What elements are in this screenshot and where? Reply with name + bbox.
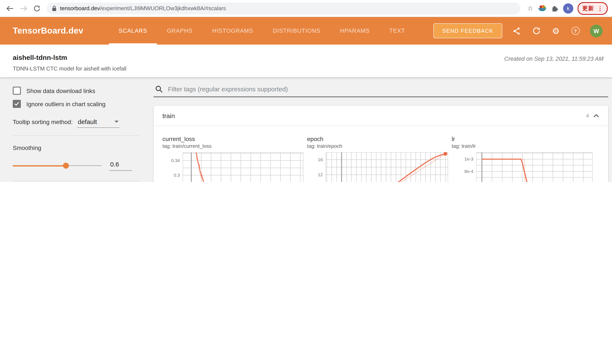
browser-actions: ☆ k 更新 ⋮ bbox=[527, 2, 608, 15]
show-download-links-row[interactable]: Show data download links bbox=[13, 87, 140, 95]
svg-text:16: 16 bbox=[318, 157, 323, 162]
group-title: train bbox=[163, 112, 175, 119]
experiment-name: aishell-tdnn-lstm bbox=[13, 54, 126, 62]
chart-plot-current_loss[interactable]: 0.180.220.260.30.3404k8k12k16k20k bbox=[163, 151, 305, 182]
chart-title: epoch bbox=[307, 135, 449, 142]
tab-graphs[interactable]: GRAPHS bbox=[157, 17, 202, 45]
chart-title: current_loss bbox=[163, 135, 305, 142]
group-chart-count: 4 bbox=[586, 113, 589, 119]
sidebar-divider bbox=[13, 181, 140, 181]
experiment-header: aishell-tdnn-lstm TDNN-LSTM CTC model fo… bbox=[0, 45, 612, 77]
refresh-button[interactable] bbox=[31, 3, 42, 14]
app-header: TensorBoard.dev SCALARSGRAPHSHISTOGRAMSD… bbox=[0, 17, 612, 45]
svg-text:8e-4: 8e-4 bbox=[464, 169, 473, 174]
smoothing-slider[interactable] bbox=[13, 163, 102, 169]
search-icon bbox=[155, 85, 163, 93]
forward-button[interactable] bbox=[18, 3, 29, 14]
chart-tag: tag: train/current_loss bbox=[163, 143, 305, 149]
chart-card-current_loss: current_losstag: train/current_loss0.180… bbox=[163, 135, 305, 182]
browser-menu-icon[interactable]: ⋮ bbox=[597, 5, 603, 11]
sidebar-divider bbox=[13, 135, 140, 136]
share-icon bbox=[513, 27, 521, 35]
gear-icon: ⚙ bbox=[552, 26, 560, 35]
chevron-up-icon[interactable] bbox=[593, 114, 599, 118]
chart-tag: tag: train/epoch bbox=[307, 143, 449, 149]
refresh-icon bbox=[34, 5, 41, 12]
url-text: tensorboard.dev/experiment/LJI9MWUORLOw3… bbox=[60, 5, 226, 12]
lock-icon bbox=[52, 5, 56, 11]
settings-sidebar: Show data download links Ignore outliers… bbox=[0, 77, 153, 182]
tab-text[interactable]: TEXT bbox=[380, 17, 415, 45]
chrome-update-button[interactable]: 更新 ⋮ bbox=[578, 2, 608, 15]
tooltip-sorting-row: Tooltip sorting method: default bbox=[13, 118, 140, 128]
svg-text:6e-4: 6e-4 bbox=[464, 181, 473, 182]
train-group-card: train 4 current_losstag: train/current_l… bbox=[153, 106, 608, 182]
tooltip-sorting-label: Tooltip sorting method: bbox=[13, 118, 73, 125]
show-download-links-checkbox[interactable] bbox=[13, 87, 21, 95]
nav-tabs: SCALARSGRAPHSHISTOGRAMSDISTRIBUTIONSHPAR… bbox=[109, 17, 415, 45]
filter-tags-input[interactable] bbox=[167, 85, 608, 93]
tensorboard-logo: TensorBoard.dev bbox=[13, 17, 83, 45]
tab-scalars[interactable]: SCALARS bbox=[109, 17, 157, 45]
tensorboard-page: tensorboard.dev/experiment/LJI9MWUORLOw3… bbox=[0, 0, 612, 182]
extension-fruit-icon[interactable] bbox=[538, 4, 547, 13]
chart-card-epoch: epochtag: train/epoch048121602k4k6k8k10k… bbox=[307, 135, 449, 182]
experiment-created-date: Created on Sep 13, 2021, 11:59:23 AM bbox=[504, 56, 603, 77]
address-bar[interactable]: tensorboard.dev/experiment/LJI9MWUORLOw3… bbox=[47, 2, 520, 14]
experiment-description: TDNN-LSTM CTC model for aishell with ice… bbox=[13, 65, 126, 72]
smoothing-row: 0.6 bbox=[13, 161, 140, 171]
tooltip-sorting-select[interactable]: default bbox=[77, 118, 120, 128]
chevron-down-icon bbox=[114, 121, 119, 123]
svg-text:12: 12 bbox=[318, 172, 323, 177]
ignore-outliers-row[interactable]: Ignore outliers in chart scaling bbox=[13, 100, 140, 108]
reload-data-button[interactable] bbox=[531, 26, 542, 36]
back-arrow-icon bbox=[6, 5, 14, 11]
settings-button[interactable]: ⚙ bbox=[551, 26, 561, 36]
ignore-outliers-label: Ignore outliers in chart scaling bbox=[26, 101, 105, 107]
help-icon: ? bbox=[571, 27, 580, 35]
slider-thumb-icon[interactable] bbox=[63, 163, 69, 169]
tooltip-sorting-value: default bbox=[78, 118, 97, 125]
url-host: tensorboard.dev bbox=[60, 5, 100, 12]
content: Show data download links Ignore outliers… bbox=[0, 77, 612, 182]
svg-text:0.34: 0.34 bbox=[171, 158, 180, 163]
chart-plot-epoch[interactable]: 048121602k4k6k8k10k12k14k16k18k20k bbox=[307, 151, 449, 182]
header-actions: SEND FEEDBACK ⚙ ? W bbox=[433, 17, 603, 45]
tab-hparams[interactable]: HPARAMS bbox=[330, 17, 380, 45]
url-path: /experiment/LJI9MWUORLOw3jkdhxwk8A/#scal… bbox=[100, 5, 226, 12]
browser-toolbar: tensorboard.dev/experiment/LJI9MWUORLOw3… bbox=[0, 0, 612, 17]
browser-profile-avatar[interactable]: k bbox=[563, 3, 573, 13]
chart-title: lr bbox=[452, 135, 594, 142]
smoothing-label: Smoothing bbox=[13, 144, 140, 151]
chart-plot-lr[interactable]: 02e-44e-46e-48e-41e-304k8k12k16k20k bbox=[452, 151, 594, 182]
svg-text:0.3: 0.3 bbox=[174, 173, 180, 178]
train-group-header[interactable]: train 4 bbox=[153, 106, 608, 126]
help-button[interactable]: ? bbox=[570, 26, 581, 36]
chart-card-lr: lrtag: train/lr02e-44e-46e-48e-41e-304k8… bbox=[452, 135, 594, 182]
checkmark-icon bbox=[14, 102, 19, 106]
tab-histograms[interactable]: HISTOGRAMS bbox=[202, 17, 263, 45]
forward-arrow-icon bbox=[20, 5, 27, 11]
bookmark-star-icon[interactable]: ☆ bbox=[527, 5, 533, 12]
svg-text:1e-3: 1e-3 bbox=[464, 156, 473, 161]
share-button[interactable] bbox=[512, 26, 522, 36]
ignore-outliers-checkbox[interactable] bbox=[13, 100, 21, 108]
reload-icon bbox=[532, 27, 540, 35]
user-avatar[interactable]: W bbox=[590, 25, 603, 37]
filter-tags-row bbox=[153, 85, 608, 97]
smoothing-value[interactable]: 0.6 bbox=[109, 161, 132, 171]
back-button[interactable] bbox=[4, 3, 15, 14]
extensions-puzzle-icon[interactable] bbox=[551, 4, 559, 12]
scalars-main: train 4 current_losstag: train/current_l… bbox=[153, 77, 612, 182]
update-label: 更新 bbox=[582, 4, 594, 12]
tab-distributions[interactable]: DISTRIBUTIONS bbox=[263, 17, 330, 45]
chart-tag: tag: train/lr bbox=[452, 143, 594, 149]
send-feedback-button[interactable]: SEND FEEDBACK bbox=[433, 23, 502, 38]
charts-grid: current_losstag: train/current_loss0.180… bbox=[153, 126, 608, 182]
show-download-links-label: Show data download links bbox=[26, 87, 95, 94]
